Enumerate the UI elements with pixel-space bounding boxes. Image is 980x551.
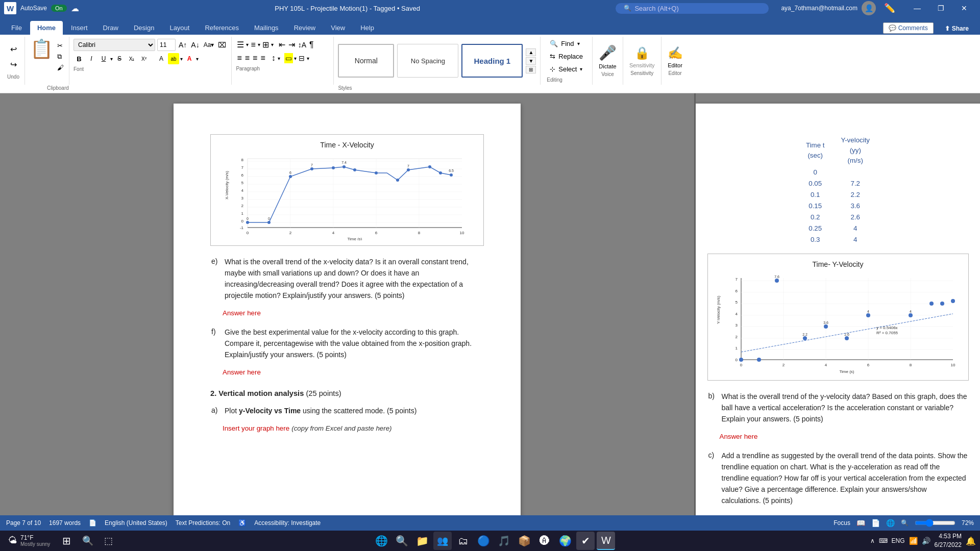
view-mode-web[interactable]: 🌐 [886,519,895,527]
focus-button[interactable]: Focus [834,519,850,527]
task-view-button[interactable]: ⬚ [99,532,117,550]
style-nospacing[interactable]: No Spacing [397,44,458,78]
undo-button[interactable]: ↩ [6,42,20,57]
underline-button[interactable]: U [98,53,109,64]
minimize-btn[interactable]: — [905,0,929,16]
multilevel-button[interactable]: ⊞ [261,39,270,51]
dictate-button[interactable]: 🎤 [599,44,617,61]
justify-button[interactable]: ≡ [259,53,266,64]
borders-dropdown[interactable]: ▾ [307,56,309,61]
sensitivity-button[interactable]: 🔒 [634,46,650,60]
styles-scroll-up[interactable]: ▲ [526,48,536,56]
replace-button[interactable]: ⇆ Replace [547,52,586,61]
taskbar-search-icon[interactable]: 🔍 [393,532,411,550]
select-button[interactable]: ⊹ Select ▾ [547,64,586,74]
increase-indent-button[interactable]: ⇥ [287,39,296,51]
start-button[interactable]: ⊞ [56,531,77,551]
multilevel-dropdown[interactable]: ▾ [271,42,274,47]
tab-mailings[interactable]: Mailings [247,21,286,35]
comments-button[interactable]: 💬 Comments [883,22,934,34]
superscript-button[interactable]: X² [138,53,150,64]
tab-view[interactable]: View [324,21,352,35]
format-painter-button[interactable]: 🖌 [56,63,65,72]
line-spacing-button[interactable]: ↕ [271,53,277,64]
tab-layout[interactable]: Layout [162,21,197,35]
answer-e-link[interactable]: Answer here [223,309,261,317]
hidden-icons-button[interactable]: ∧ [870,537,875,544]
view-mode-print[interactable]: 📄 [871,519,880,527]
insert-graph-label[interactable]: Insert your graph here [223,424,289,432]
increase-font-size-button[interactable]: A↑ [178,40,188,50]
shading-button[interactable]: ▭ [284,53,293,63]
wifi-icon[interactable]: 📶 [909,537,918,545]
notification-button[interactable]: 🔔 [966,536,976,546]
italic-button[interactable]: I [86,53,97,64]
close-btn[interactable]: ✕ [952,0,976,16]
text-effects-button[interactable]: A [156,53,167,64]
taskbar-dropbox-icon[interactable]: 📦 [515,532,533,550]
answer-f-link[interactable]: Answer here [223,368,261,376]
tab-review[interactable]: Review [287,21,323,35]
search-bar[interactable]: 🔍 Search (Alt+Q) [616,3,769,14]
clock-date[interactable]: 4:53 PM 6/27/2022 [935,532,962,549]
autosave-toggle[interactable]: On [51,5,67,12]
styles-expand[interactable]: ⊞ [526,66,536,73]
pen-icon[interactable]: ✏️ [884,3,895,14]
clear-formatting-button[interactable]: ⌧ [217,40,227,50]
styles-scroll-down[interactable]: ▼ [526,57,536,65]
change-case-button[interactable]: Aa▾ [203,40,215,49]
tab-file[interactable]: File [4,21,29,35]
shading-dropdown[interactable]: ▾ [294,56,297,61]
taskbar-music-icon[interactable]: 🎵 [495,532,513,550]
numbering-button[interactable]: ≡ [250,39,256,51]
taskbar-search[interactable]: 🔍 [79,532,97,550]
align-right-button[interactable]: ≡ [252,53,258,64]
font-size-input[interactable] [157,39,176,51]
decrease-font-size-button[interactable]: A↓ [190,40,200,50]
font-name-select[interactable]: Calibri [74,39,155,51]
sort-button[interactable]: ↕A [297,40,307,50]
borders-button[interactable]: ⊟ [298,53,306,63]
tab-home[interactable]: Home [30,21,63,35]
zoom-slider[interactable] [915,519,955,527]
find-button[interactable]: 🔍 Find ▾ [547,39,586,48]
bold-button[interactable]: B [74,53,85,64]
taskbar-explorer-icon[interactable]: 📁 [413,532,431,550]
numbering-dropdown[interactable]: ▾ [258,42,260,47]
taskbar-todo-icon[interactable]: ✔ [576,532,595,550]
style-normal[interactable]: Normal [338,44,394,78]
subscript-button[interactable]: X₂ [126,53,137,64]
taskbar-apps-icon[interactable]: 🅐 [535,532,554,550]
show-formatting-button[interactable]: ¶ [308,39,315,51]
restore-btn[interactable]: ❐ [929,0,952,16]
weather-widget[interactable]: 🌤 71°F Mostly sunny [4,534,54,547]
tab-help[interactable]: Help [353,21,381,35]
taskbar-teams-icon[interactable]: 👥 [433,532,452,550]
taskbar-browser-icon[interactable]: 🌍 [556,532,574,550]
font-color-button[interactable]: A [184,53,195,64]
tab-design[interactable]: Design [127,21,161,35]
bullets-dropdown[interactable]: ▾ [246,42,249,47]
view-mode-read[interactable]: 📖 [856,519,865,527]
tab-references[interactable]: References [198,21,246,35]
share-button[interactable]: ⬆ Share [938,23,976,34]
answer-b-link[interactable]: Answer here [720,433,758,440]
bullets-button[interactable]: ☰ [236,39,245,51]
accessibility-label[interactable]: Accessibility: Investigate [254,519,321,527]
tab-draw[interactable]: Draw [96,21,126,35]
copy-button[interactable]: ⧉ [56,52,65,62]
strikethrough-button[interactable]: S [114,53,125,64]
taskbar-word-icon[interactable]: W [597,532,615,550]
cut-button[interactable]: ✂ [56,41,65,51]
taskbar-files-icon[interactable]: 🗂 [454,532,472,550]
text-highlight-button[interactable]: ab [168,53,179,64]
speaker-icon[interactable]: 🔊 [922,537,930,545]
line-spacing-dropdown[interactable]: ▾ [278,56,280,61]
align-left-button[interactable]: ≡ [236,53,242,64]
align-center-button[interactable]: ≡ [244,53,251,64]
style-heading1[interactable]: Heading 1 [461,44,523,78]
taskbar-edge-icon[interactable]: 🌐 [372,532,390,550]
taskbar-chrome-icon[interactable]: 🔵 [474,532,493,550]
redo-button[interactable]: ↪ [6,58,20,72]
editor-button[interactable]: ✍ [668,46,683,60]
